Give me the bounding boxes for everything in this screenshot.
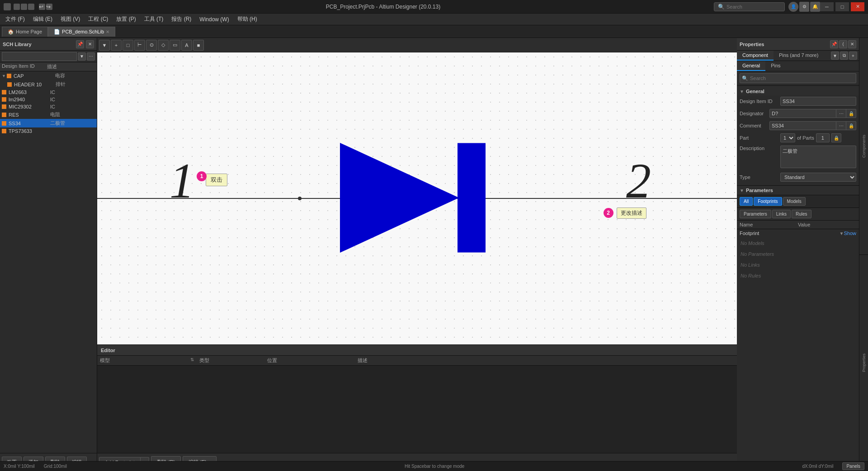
panels-button[interactable]: Panels [842, 462, 864, 470]
menu-help[interactable]: 帮助 (H) [234, 14, 261, 24]
mic-color-icon [2, 104, 6, 109]
part-select[interactable]: 1 [780, 133, 795, 142]
comment-row: Comment ⋯ 🔒 [737, 120, 859, 132]
ss34-color-icon [2, 121, 6, 126]
tab-component[interactable]: Component [737, 51, 774, 61]
type-select[interactable]: Standard Mechanical Graphical [780, 173, 856, 182]
list-item-lm2940[interactable]: lm2940 IC [0, 96, 97, 103]
line-tool-button[interactable]: ⊢ [134, 40, 145, 51]
lib-filter-options-button[interactable]: ▼ [78, 52, 86, 61]
list-item-mic29302[interactable]: MIC29302 IC [0, 103, 97, 110]
user-avatar[interactable]: 👤 [788, 2, 798, 12]
list-item-ss34[interactable]: SS34 二极管 [0, 119, 97, 127]
footprint-expand-icon[interactable]: ▼ [840, 231, 844, 236]
list-item-res[interactable]: RES 电阻 [0, 110, 97, 119]
comment-edit-button[interactable]: ⋯ [836, 121, 846, 130]
panel-pin-button[interactable]: 📌 [76, 40, 84, 48]
filter-rules-button[interactable]: Rules [792, 210, 811, 218]
designator-input[interactable] [769, 109, 836, 118]
gear-icon[interactable]: ⚙ [799, 2, 809, 12]
status-grid: Grid:100mil [44, 464, 67, 469]
menu-tools[interactable]: 工具 (T) [141, 14, 167, 24]
sidebar-tab-components-label: Components [862, 135, 866, 158]
description-input[interactable]: 二极管 [780, 146, 856, 168]
folder-icon [21, 4, 27, 10]
design-item-id-input[interactable] [780, 97, 856, 106]
schematic-canvas[interactable]: 1 2 1 双击 2 [97, 52, 737, 344]
menu-place[interactable]: 放置 (P) [113, 14, 139, 24]
list-item-lm2663[interactable]: LM2663 IC [0, 89, 97, 96]
arc-tool-button[interactable]: ◇ [158, 40, 169, 51]
properties-expand-button[interactable]: ⟨ [839, 40, 847, 48]
copy-icon-button[interactable]: ⧉ [840, 52, 848, 60]
filter-parameters-button[interactable]: Parameters [740, 210, 771, 218]
comment-input[interactable] [769, 121, 836, 130]
lib-add-button[interactable]: ⋯ [87, 52, 95, 61]
sidebar-tab-properties[interactable]: Properties [859, 255, 868, 471]
panel-menu-button[interactable]: ✕ [86, 40, 94, 48]
menu-project[interactable]: 工程 (C) [85, 14, 112, 24]
titlebar-search-input[interactable] [726, 4, 781, 9]
description-value: 二极管 [780, 146, 856, 170]
menu-edit[interactable]: 编辑 (E) [29, 14, 56, 24]
filter-all-button[interactable]: All [740, 197, 753, 206]
sidebar-tab-components[interactable]: Components [859, 38, 868, 255]
comment-label: Comment [740, 123, 769, 128]
design-item-id-row: Design Item ID [737, 95, 859, 108]
lib-filter-input[interactable] [2, 52, 77, 61]
part-label: Part [740, 135, 780, 141]
footprint-show-link[interactable]: Show [844, 231, 856, 236]
fill-tool-button[interactable]: ■ [193, 40, 204, 51]
menu-window[interactable]: Window (W) [196, 15, 232, 24]
parameters-title: Parameters [746, 188, 773, 193]
toolbar-strip: ▼ + □ ⊢ ⊙ ◇ ▭ A ■ [97, 38, 737, 52]
subtab-pins[interactable]: Pins [765, 61, 786, 71]
general-section-title: General [746, 89, 764, 94]
text-tool-button[interactable]: A [181, 40, 192, 51]
filter-links-button[interactable]: Links [772, 210, 791, 218]
tab-homepage[interactable]: 🏠 Home Page [2, 27, 48, 37]
designator-lock-button[interactable]: 🔒 [846, 109, 856, 118]
menu-view[interactable]: 视图 (V) [57, 14, 84, 24]
notification-icon[interactable]: 🔔 [810, 2, 820, 12]
maximize-button[interactable]: □ [835, 2, 849, 11]
filter-models-button[interactable]: Models [783, 197, 806, 206]
titlebar-search-box[interactable]: 🔍 [714, 2, 785, 11]
part-lock-button[interactable]: 🔒 [831, 133, 841, 142]
menu-reports[interactable]: 报告 (R) [168, 14, 195, 24]
description-row: Description 二极管 [737, 144, 859, 171]
tab-schlib[interactable]: 📄 PCB_demo.SchLib ✕ [48, 27, 115, 37]
close-button[interactable]: ✕ [851, 2, 864, 11]
properties-header-buttons: 📌 ⟨ ✕ [830, 40, 856, 48]
status-coord: X:0mil Y:100mil [4, 464, 35, 469]
polygon-tool-button[interactable]: ▭ [170, 40, 180, 51]
list-item-cap-group[interactable]: ▼ CAP 电容 [0, 71, 97, 80]
lib-item-desc: 电容 [55, 72, 95, 79]
comment-lock-button[interactable]: 🔒 [846, 121, 856, 130]
badge-1-container: 1 [197, 171, 207, 181]
filter-tool-button[interactable]: ▼ [99, 40, 110, 51]
tab-close-icon[interactable]: ✕ [106, 29, 109, 34]
list-item-header10[interactable]: HEADER 10 排针 [0, 80, 97, 89]
filter-footprints-button[interactable]: Footprints [754, 197, 782, 206]
designator-edit-button[interactable]: ⋯ [836, 109, 846, 118]
tab-pins[interactable]: Pins (and 7 more) [774, 51, 824, 61]
filter-icon-button[interactable]: ▼ [831, 52, 839, 60]
lib-table-header: Design Item ID 描述 [0, 62, 97, 71]
circle-tool-button[interactable]: ⊙ [146, 40, 157, 51]
params-filter-buttons: All Footprints Models [737, 195, 859, 208]
add-wire-button[interactable]: + [111, 40, 122, 51]
subtab-general[interactable]: General [737, 61, 765, 71]
properties-close-button[interactable]: ✕ [848, 40, 856, 48]
properties-pin-button[interactable]: 📌 [830, 40, 838, 48]
minimize-button[interactable]: ─ [820, 2, 834, 11]
lib-item-name: HEADER 10 [14, 82, 55, 87]
add-icon-button[interactable]: + [849, 52, 857, 60]
designator-input-group: ⋯ 🔒 [769, 109, 856, 118]
list-item-tps73633[interactable]: TPS73633 [0, 127, 97, 135]
rect-tool-button[interactable]: □ [123, 40, 133, 51]
annotation-badge-2: 2 [604, 208, 613, 218]
menu-file[interactable]: 文件 (F) [2, 14, 28, 24]
properties-search-input[interactable] [740, 73, 856, 83]
footprint-row: Footprint ▼ Show [737, 229, 859, 238]
